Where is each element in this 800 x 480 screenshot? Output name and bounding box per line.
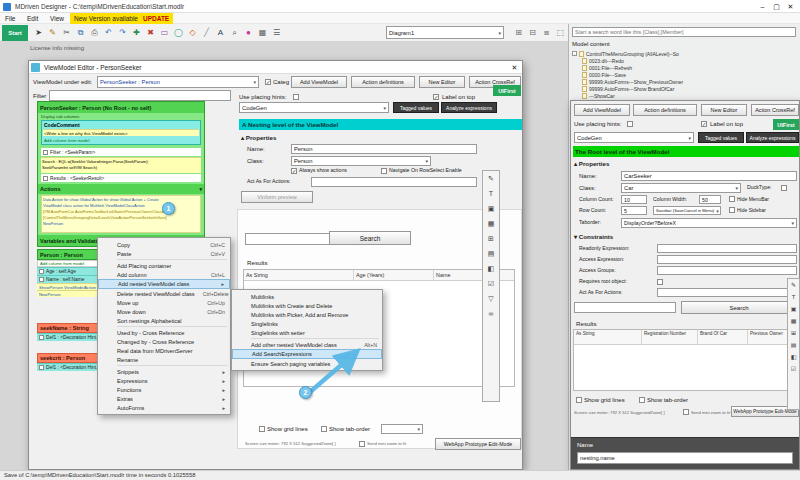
zoom-out-icon[interactable]: ⊟	[526, 25, 539, 40]
check-icon[interactable]: ☑	[488, 276, 494, 291]
zoom-in-icon[interactable]: ⊞	[512, 25, 525, 40]
access-expression-field[interactable]	[657, 255, 797, 264]
name-field[interactable]	[291, 144, 477, 154]
new-editor-button[interactable]: New Editor	[419, 76, 465, 88]
uifirst-button[interactable]: UIFirst	[773, 119, 799, 130]
minimize-button[interactable]: –	[756, 3, 769, 11]
menu-item-snippets[interactable]: Snippets▸	[98, 367, 230, 376]
vinform-preview-button[interactable]: Vinform preview	[241, 191, 313, 203]
tree-filter-field[interactable]	[49, 90, 231, 101]
table-icon[interactable]: ▦	[488, 216, 495, 231]
check-icon[interactable]: ☑	[791, 363, 796, 375]
show-grid-lines-checkbox[interactable]	[576, 397, 582, 403]
row-checkbox[interactable]	[43, 176, 48, 181]
row-checkbox[interactable]	[39, 335, 44, 340]
search-button[interactable]: Search	[681, 301, 797, 314]
model-search-input[interactable]	[572, 27, 796, 37]
analyze-expressions-button[interactable]: Analyze expressions	[746, 132, 799, 143]
properties-section[interactable]: ▴ Properties	[241, 134, 276, 141]
action-crossref-button[interactable]: Action CrossRef	[751, 104, 799, 116]
palette-icon[interactable]: ●	[242, 25, 255, 40]
taborder-combo[interactable]: DisplayOrder?BeforeX	[621, 218, 797, 228]
requires-root-checkbox[interactable]	[657, 279, 663, 285]
delete-icon[interactable]: ✖	[144, 25, 157, 40]
savebar-combo[interactable]: Savebar (SaveCancel in Menu)	[653, 206, 721, 215]
menu-item-move-down[interactable]: Move downCtrl+Dn	[98, 307, 230, 316]
pen-icon[interactable]: ✎	[46, 25, 59, 40]
menu-item-sort-nestings[interactable]: Sort nestings Alphabetical	[98, 316, 230, 325]
column-header[interactable]: Brand Of Car	[698, 330, 748, 344]
text-icon[interactable]: T	[792, 291, 796, 303]
hide-sidebar-checkbox[interactable]	[729, 207, 735, 213]
codecomment-block[interactable]: CodeComment <Write a line on why this Vi…	[41, 120, 201, 145]
grid-icon[interactable]: ⊞	[791, 327, 796, 339]
diagram-combo[interactable]: Diagram1	[386, 26, 504, 39]
categ-checkbox[interactable]	[265, 79, 271, 85]
constraints-section[interactable]: ▾ Constraints	[574, 233, 613, 240]
column-width-field[interactable]	[699, 195, 721, 204]
menu-file[interactable]: File	[5, 15, 15, 22]
pencil-icon[interactable]: ✎	[791, 279, 796, 291]
row-checkbox[interactable]	[39, 269, 44, 274]
row-count-field[interactable]	[621, 206, 647, 215]
column-header[interactable]: As String	[574, 330, 642, 344]
pointer-icon[interactable]: ➤	[32, 25, 45, 40]
rectangle-icon[interactable]: ▭	[158, 25, 171, 40]
under-edit-combo[interactable]: PersonSeeker : Person	[97, 76, 259, 88]
frame-icon[interactable]: ⬚	[554, 25, 567, 40]
codegen-combo[interactable]: CodeGen	[239, 102, 389, 113]
menu-item-autoforms[interactable]: AutoForms▸	[98, 403, 230, 412]
menu-item-expressions[interactable]: Expressions▸	[98, 376, 230, 385]
menu-item-copy[interactable]: CopyCtrl+C	[98, 240, 230, 249]
act-as-field[interactable]	[657, 288, 797, 297]
column-header[interactable]: Name	[434, 270, 514, 280]
row-checkbox[interactable]	[39, 277, 44, 282]
table-icon[interactable]: ▦	[791, 315, 797, 327]
menu-view[interactable]: View	[50, 15, 64, 22]
label-on-top-checkbox[interactable]	[433, 94, 439, 100]
tree-item[interactable]: -ControlTheMenuGrouping (AllALevel)--So	[572, 50, 679, 57]
pencil-icon[interactable]: ✎	[488, 171, 494, 186]
show-tab-order-checkbox[interactable]	[321, 426, 327, 432]
tree-item[interactable]: 0023:dlt---Redo	[582, 57, 624, 64]
menu-item-extras[interactable]: Extras▸	[98, 394, 230, 403]
actions-block[interactable]: Data Action for show Global Action for s…	[41, 195, 201, 233]
show-grid-lines-checkbox[interactable]	[259, 426, 265, 432]
menu-item-add-nested-viewmodel-class[interactable]: Add nested ViewModel class▸	[98, 279, 230, 289]
label-on-top-checkbox[interactable]	[701, 121, 707, 127]
action-definitions-button[interactable]: Action definitions	[351, 76, 415, 88]
chart-icon[interactable]: ◧	[791, 351, 797, 363]
navigate-rowselect-checkbox[interactable]	[381, 168, 387, 174]
add-column-link[interactable]: Add column from model	[44, 138, 89, 143]
menu-item-rename[interactable]: Rename	[98, 355, 230, 364]
print-icon[interactable]: ⎙	[88, 25, 101, 40]
act-as-field[interactable]	[311, 177, 477, 187]
copy-icon[interactable]: ⧉	[74, 25, 87, 40]
tree-item[interactable]: 99999:AutoForms---Show BrandOfCar	[582, 85, 674, 92]
image-icon[interactable]: ▣	[488, 201, 495, 216]
display-sub-columns-link[interactable]: Display sub columns	[41, 114, 79, 119]
preview-search-button[interactable]: Search	[329, 231, 411, 245]
grid-icon[interactable]: ▦	[256, 25, 269, 40]
grid-icon[interactable]: ⊞	[488, 231, 494, 246]
editor-close-button[interactable]: ✕	[508, 64, 521, 72]
tagged-values-button[interactable]: Tagged values	[393, 102, 439, 113]
codecomment-hint[interactable]: <Write a line on why this ViewModel exis…	[43, 129, 199, 136]
action-definitions-button[interactable]: Action definitions	[633, 104, 697, 116]
update-action[interactable]: UPDATE	[143, 15, 169, 22]
list-icon[interactable]: ▤	[488, 246, 495, 261]
layers-icon[interactable]: ☰	[270, 25, 283, 40]
tagged-values-button[interactable]: Tagged values	[698, 132, 744, 143]
start-tab[interactable]: Start	[2, 25, 28, 41]
column-count-field[interactable]	[621, 195, 647, 204]
menu-item-real-data[interactable]: Real data from MDrivenServer	[98, 346, 230, 355]
new-editor-button[interactable]: New Editor	[701, 104, 747, 116]
class-combo[interactable]: Car	[621, 183, 741, 193]
submenu-item-multilinks[interactable]: Multilinks	[232, 292, 382, 301]
always-show-actions-checkbox[interactable]	[291, 168, 297, 174]
submenu-item-multilinks-picker[interactable]: Multilinks with Picker, Add and Remove	[232, 310, 382, 319]
uifirst-button[interactable]: UIFirst	[493, 85, 521, 96]
tree-item[interactable]: 0000:File---Save	[582, 71, 626, 78]
submenu-item-singlelinks-setter[interactable]: Singlelinks with setter	[232, 328, 382, 337]
actions-header[interactable]: Actions▾	[38, 184, 204, 194]
